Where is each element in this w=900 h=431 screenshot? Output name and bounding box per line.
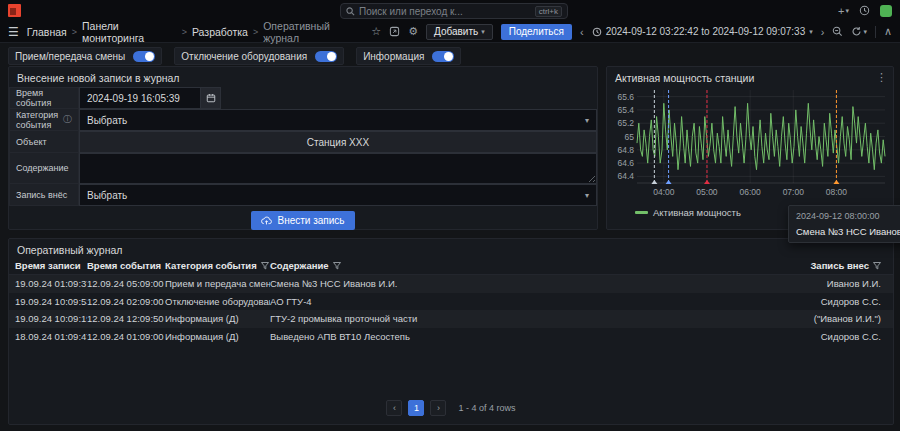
breadcrumb-item[interactable]: Панели мониторинга <box>82 20 177 44</box>
column-header[interactable]: Время записи <box>15 260 87 271</box>
table-cell: 12.09.24 12:09:50 <box>87 313 165 324</box>
refresh-button[interactable]: ▾ <box>851 26 867 37</box>
content-textarea[interactable] <box>79 153 597 184</box>
field-label: Содержание <box>9 153 79 184</box>
author-select[interactable]: Выбрать ▾ <box>79 184 597 206</box>
svg-text:07:00: 07:00 <box>783 187 805 197</box>
column-header[interactable]: Содержание <box>270 260 752 271</box>
app-logo-icon[interactable] <box>8 4 21 17</box>
breadcrumb-item[interactable]: Главная <box>27 26 67 38</box>
panel-menu-icon[interactable]: ⋮ <box>876 71 887 84</box>
next-page-button[interactable]: › <box>430 400 446 416</box>
legend-swatch <box>635 211 648 214</box>
table-cell: Смена №3 НСС Иванов И.И. <box>270 278 752 289</box>
add-new-button[interactable]: +▾ <box>838 5 849 17</box>
breadcrumb-item[interactable]: Оперативный журнал <box>263 20 361 44</box>
cloud-upload-icon <box>261 216 272 225</box>
column-header[interactable]: Категория события <box>165 260 270 271</box>
field-label: Категория события ⓘ <box>9 109 79 131</box>
svg-text:64.4: 64.4 <box>617 171 634 181</box>
table-cell: 19.09.24 10:09:19 <box>15 313 87 324</box>
annotation-marker-icon[interactable] <box>833 180 839 184</box>
resize-grip[interactable] <box>588 175 595 182</box>
zoom-out-icon[interactable] <box>832 26 843 37</box>
svg-text:08:00: 08:00 <box>826 187 848 197</box>
annotation-marker-icon[interactable] <box>651 180 657 184</box>
chart-svg: 64.464.664.86565.265.465.604:0005:0006:0… <box>613 87 889 203</box>
filter-funnel-icon[interactable] <box>333 262 341 270</box>
search-input[interactable]: Поиск или переход к... ctrl+k <box>340 3 568 19</box>
toggle-switch[interactable] <box>133 51 155 62</box>
category-select[interactable]: Выбрать ▾ <box>79 109 597 131</box>
clock-icon <box>592 27 602 37</box>
svg-text:65: 65 <box>625 132 635 142</box>
variable-label: Информация <box>363 51 424 62</box>
svg-text:04:00: 04:00 <box>653 187 675 197</box>
svg-text:65.2: 65.2 <box>617 118 634 128</box>
settings-gear-icon[interactable]: ⚙ <box>408 25 418 38</box>
toggle-switch[interactable] <box>315 51 337 62</box>
collapse-toolbar-icon[interactable]: ∧ <box>884 25 892 38</box>
calendar-icon <box>206 93 216 103</box>
variable-label: Отключение оборудования <box>181 51 307 62</box>
svg-text:06:00: 06:00 <box>739 187 761 197</box>
search-placeholder: Поиск или переход к... <box>359 6 531 17</box>
column-header[interactable]: Время события <box>87 260 165 271</box>
svg-text:64.6: 64.6 <box>617 158 634 168</box>
svg-text:05:00: 05:00 <box>696 187 718 197</box>
table-row[interactable]: 19.09.24 01:09:3712.09.24 05:09:00Прием … <box>9 275 893 293</box>
pagination: ‹ 1 › 1 - 4 of 4 rows <box>9 400 893 416</box>
table-cell: Информация (Д) <box>165 313 270 324</box>
toggle-switch[interactable] <box>432 51 454 62</box>
column-header[interactable]: Запись внес <box>752 260 887 271</box>
filter-funnel-icon[interactable] <box>261 262 269 270</box>
time-shift-forward-icon[interactable]: › <box>821 26 825 38</box>
toggle-knob <box>145 52 154 61</box>
variable-toggle: Отключение оборудования <box>174 47 344 65</box>
chart-legend[interactable]: Активная мощность <box>635 207 741 218</box>
menu-toggle-icon[interactable]: ☰ <box>8 25 19 39</box>
panel-export-icon[interactable] <box>389 26 400 37</box>
column-header-label: Время события <box>87 260 161 271</box>
panel-active-power-chart: Активная мощность станции ⋮ 64.464.664.8… <box>606 66 894 230</box>
object-field: Станция XXX <box>79 131 597 153</box>
breadcrumb-item[interactable]: Разработка <box>192 26 248 38</box>
info-icon[interactable]: ⓘ <box>63 113 72 126</box>
svg-text:65.4: 65.4 <box>617 105 634 115</box>
user-avatar[interactable] <box>880 5 892 17</box>
table-row[interactable]: 18.09.24 01:09:4712.09.24 01:09:00Информ… <box>9 328 893 346</box>
table-body: 19.09.24 01:09:3712.09.24 05:09:00Прием … <box>9 275 893 345</box>
table-row[interactable]: 19.09.24 10:09:5312.09.24 02:09:00Отключ… <box>9 293 893 311</box>
time-range-picker[interactable]: 2024-09-12 03:22:42 to 2024-09-12 09:07:… <box>592 26 813 37</box>
time-range-label: 2024-09-12 03:22:42 to 2024-09-12 09:07:… <box>606 26 806 37</box>
event-time-input[interactable]: 2024-09-19 16:05:39 <box>79 87 201 109</box>
current-page-button[interactable]: 1 <box>408 400 424 416</box>
calendar-button[interactable] <box>201 87 221 109</box>
column-header-label: Время записи <box>15 260 81 271</box>
annotation-marker-icon[interactable] <box>704 180 710 184</box>
favorite-star-icon[interactable]: ☆ <box>371 25 381 38</box>
form-row-event-time: Время события 2024-09-19 16:05:39 <box>9 87 597 109</box>
column-header-label: Содержание <box>270 260 329 271</box>
column-header-label: Запись внес <box>810 260 869 271</box>
prev-page-button[interactable]: ‹ <box>386 400 402 416</box>
variable-label: Прием/передача смены <box>15 51 125 62</box>
share-button[interactable]: Поделиться <box>501 24 572 40</box>
add-button[interactable]: Добавить▾ <box>426 24 493 40</box>
svg-text:64.8: 64.8 <box>617 145 634 155</box>
table-cell: Информация (Д) <box>165 331 270 342</box>
filter-funnel-icon[interactable] <box>873 262 881 270</box>
table-cell: Сидоров С.С. <box>752 331 887 342</box>
annotation-marker-icon[interactable] <box>666 180 672 184</box>
search-shortcut-badge: ctrl+k <box>535 6 562 17</box>
submit-entry-button[interactable]: Внести запись <box>251 211 354 230</box>
breadcrumb-separator: > <box>72 27 77 37</box>
table-row[interactable]: 19.09.24 10:09:1912.09.24 12:09:50Информ… <box>9 310 893 328</box>
timeseries-chart[interactable]: 64.464.664.86565.265.465.604:0005:0006:0… <box>613 87 889 205</box>
breadcrumb-separator: > <box>182 27 187 37</box>
divider <box>875 26 876 38</box>
time-shift-back-icon[interactable]: ‹ <box>580 26 584 38</box>
history-icon[interactable] <box>859 5 870 16</box>
toggle-knob <box>327 52 336 61</box>
table-cell: 12.09.24 01:09:00 <box>87 331 165 342</box>
